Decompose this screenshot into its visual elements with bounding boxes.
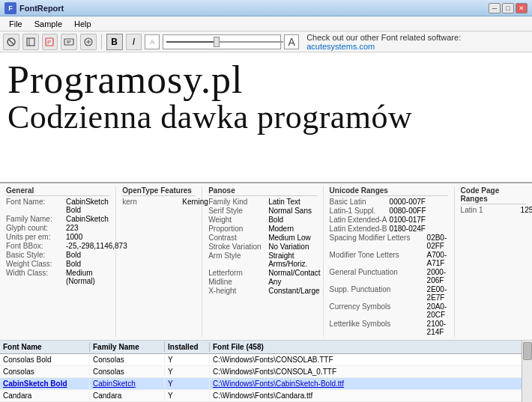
row-file: C:\Windows\Fonts\CONSOLA_0.TTF xyxy=(210,367,532,377)
titlebar-controls: ─ □ ✕ xyxy=(489,3,528,13)
titlebar-title: FontReport xyxy=(19,4,64,13)
titlebar-left: F FontReport xyxy=(4,2,64,14)
info-label: Weight Class: xyxy=(6,260,66,268)
row-fontname: Candara xyxy=(0,391,90,401)
toolbar-btn-3[interactable]: P xyxy=(42,34,58,50)
font-size-large-a: A xyxy=(284,34,299,49)
info-value: 2100-214F xyxy=(427,320,448,336)
minimize-button[interactable]: ─ xyxy=(489,3,501,13)
info-value: Modern xyxy=(268,225,294,233)
info-value: 2E00-2E7F xyxy=(427,285,448,302)
list-row[interactable]: ConsolasConsolasYC:\Windows\Fonts\CONSOL… xyxy=(0,366,532,378)
info-value: No Variation xyxy=(268,243,309,251)
info-row: Supp. Punctuation2E00-2E7F xyxy=(330,285,448,302)
info-label: Contrast xyxy=(208,234,268,242)
panose-header: Panose xyxy=(208,186,316,196)
svg-line-1 xyxy=(8,39,14,45)
row-family: Candara xyxy=(90,391,165,401)
font-list-wrapper: Font Name Family Name Installed Font Fil… xyxy=(0,341,532,402)
info-label: Letterform xyxy=(208,269,268,277)
info-value: Medium (Normal) xyxy=(66,269,109,285)
codepage-col: Code Page Ranges Latin 1 1252 xyxy=(455,186,532,337)
scrollbar[interactable] xyxy=(522,341,532,402)
close-button[interactable]: ✕ xyxy=(516,3,528,13)
maximize-button[interactable]: □ xyxy=(502,3,514,13)
toolbar-btn-5[interactable] xyxy=(80,34,97,50)
info-row: Latin 1 1252 xyxy=(461,206,526,214)
info-value: Any xyxy=(268,278,281,286)
col-header-installed: Installed xyxy=(165,342,210,352)
info-row: Units per em: 1000 xyxy=(6,233,109,241)
menu-help[interactable]: Help xyxy=(68,18,97,30)
info-value: 1000 xyxy=(66,233,82,241)
info-value: CabinSketch Bold xyxy=(66,198,109,214)
opentype-col: OpenType Features kern Kerning xyxy=(116,186,202,337)
info-row: Arm StyleStraight Arms/Horiz. xyxy=(208,252,316,268)
col-header-file: Font File (458) xyxy=(210,342,532,352)
info-row: MidlineAny xyxy=(208,278,316,286)
italic-button[interactable]: I xyxy=(126,34,142,50)
info-label: Proportion xyxy=(208,225,268,233)
info-row: Weight Class: Bold xyxy=(6,260,109,268)
list-row[interactable]: CabinSketch BoldCabinSketchYC:\Windows\F… xyxy=(0,378,532,390)
info-label: Spacing Modifier Letters xyxy=(330,234,427,250)
info-label: X-height xyxy=(208,287,268,295)
info-row: General Punctuation2000-206F xyxy=(330,268,448,284)
info-row: Latin-1 Suppl.0080-00FF xyxy=(330,207,448,215)
info-value: Bold xyxy=(66,260,81,268)
info-row: ProportionModern xyxy=(208,225,316,233)
preview-line1: Programosy.pl xyxy=(7,58,525,101)
info-label: Letterlike Symbols xyxy=(330,320,427,336)
info-row: Basic Latin0000-007F xyxy=(330,198,448,206)
info-row: Currency Symbols20A0-20CF xyxy=(330,302,448,319)
scrollbar-thumb[interactable] xyxy=(523,342,532,360)
info-label: Supp. Punctuation xyxy=(330,285,427,302)
row-installed: Y xyxy=(165,355,210,365)
list-row[interactable]: CandaraCandaraYC:\Windows\Fonts\Candara.… xyxy=(0,390,532,402)
info-value: 2000-206F xyxy=(427,268,448,284)
info-value: 0180-024F xyxy=(390,225,426,233)
toolbar-btn-1[interactable] xyxy=(3,34,19,50)
svg-rect-2 xyxy=(27,38,34,46)
row-file: C:\Windows\Fonts\CONSOLAB.TTF xyxy=(210,355,532,365)
promo-link[interactable]: acutesystems.com xyxy=(306,42,375,51)
info-row: Glyph count: 223 xyxy=(6,224,109,232)
info-row: ContrastMedium Low xyxy=(208,234,316,242)
info-label: Units per em: xyxy=(6,233,66,241)
row-file: C:\Windows\Fonts\Candara.ttf xyxy=(210,391,532,401)
info-row: Stroke VariationNo Variation xyxy=(208,243,316,251)
list-header: Font Name Family Name Installed Font Fil… xyxy=(0,341,532,354)
font-size-slider[interactable] xyxy=(163,34,281,49)
info-value: 1252 xyxy=(521,206,532,214)
info-label: Latin-1 Suppl. xyxy=(330,207,390,215)
info-label: Latin Extended-A xyxy=(330,216,390,224)
info-row: Family KindLatin Text xyxy=(208,198,316,206)
info-label: Family Name: xyxy=(6,215,66,223)
info-row: Basic Style: Bold xyxy=(6,251,109,259)
info-label: Latin 1 xyxy=(461,206,521,214)
info-label: Modifier Tone Letters xyxy=(330,251,427,267)
info-panel: General Font Name: CabinSketch Bold Fami… xyxy=(0,183,532,341)
info-row: kern Kerning xyxy=(122,198,196,206)
svg-text:P: P xyxy=(47,39,51,46)
menu-sample[interactable]: Sample xyxy=(28,18,68,30)
row-file: C:\Windows\Fonts\CabinSketch-Bold.ttf xyxy=(210,379,532,389)
info-label: Midline xyxy=(208,278,268,286)
toolbar-btn-4[interactable] xyxy=(61,34,77,50)
info-value: 02B0-02FF xyxy=(427,234,448,250)
info-row: Modifier Tone LettersA700-A71F xyxy=(330,251,448,267)
bold-button[interactable]: B xyxy=(106,34,123,50)
info-row: Font BBox: -25,-298,1146,873 xyxy=(6,242,109,250)
toolbar-btn-2[interactable] xyxy=(22,34,39,50)
menu-file[interactable]: File xyxy=(3,18,28,30)
info-value: Bold xyxy=(268,216,283,224)
info-row: X-heightConstant/Large xyxy=(208,287,316,295)
info-value: Normal/Contact xyxy=(268,269,320,277)
info-row: Font Name: CabinSketch Bold xyxy=(6,198,109,214)
info-value: 223 xyxy=(66,224,79,232)
info-label: Font BBox: xyxy=(6,242,66,250)
list-row[interactable]: Consolas BoldConsolasYC:\Windows\Fonts\C… xyxy=(0,354,532,366)
list-rows: Consolas BoldConsolasYC:\Windows\Fonts\C… xyxy=(0,354,532,402)
row-fontname: Consolas xyxy=(0,367,90,377)
opentype-header: OpenType Features xyxy=(122,186,196,196)
